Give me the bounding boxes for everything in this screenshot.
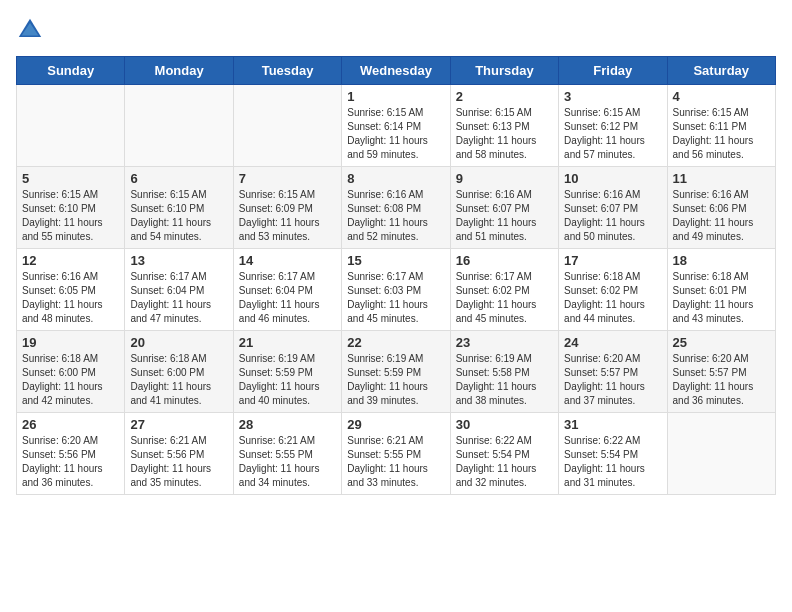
day-number: 8	[347, 171, 444, 186]
day-number: 23	[456, 335, 553, 350]
calendar-cell: 18Sunrise: 6:18 AM Sunset: 6:01 PM Dayli…	[667, 249, 775, 331]
logo	[16, 16, 48, 44]
day-number: 11	[673, 171, 770, 186]
day-number: 9	[456, 171, 553, 186]
calendar-cell: 1Sunrise: 6:15 AM Sunset: 6:14 PM Daylig…	[342, 85, 450, 167]
day-info: Sunrise: 6:16 AM Sunset: 6:07 PM Dayligh…	[564, 188, 661, 244]
day-info: Sunrise: 6:15 AM Sunset: 6:10 PM Dayligh…	[22, 188, 119, 244]
calendar-cell	[233, 85, 341, 167]
weekday-header: Thursday	[450, 57, 558, 85]
day-number: 13	[130, 253, 227, 268]
day-info: Sunrise: 6:21 AM Sunset: 5:56 PM Dayligh…	[130, 434, 227, 490]
day-info: Sunrise: 6:18 AM Sunset: 6:02 PM Dayligh…	[564, 270, 661, 326]
day-info: Sunrise: 6:15 AM Sunset: 6:13 PM Dayligh…	[456, 106, 553, 162]
calendar-cell: 15Sunrise: 6:17 AM Sunset: 6:03 PM Dayli…	[342, 249, 450, 331]
weekday-header: Sunday	[17, 57, 125, 85]
calendar-cell	[125, 85, 233, 167]
calendar-cell: 28Sunrise: 6:21 AM Sunset: 5:55 PM Dayli…	[233, 413, 341, 495]
day-number: 6	[130, 171, 227, 186]
calendar-cell	[667, 413, 775, 495]
calendar-cell: 22Sunrise: 6:19 AM Sunset: 5:59 PM Dayli…	[342, 331, 450, 413]
calendar-cell: 29Sunrise: 6:21 AM Sunset: 5:55 PM Dayli…	[342, 413, 450, 495]
calendar-week-row: 26Sunrise: 6:20 AM Sunset: 5:56 PM Dayli…	[17, 413, 776, 495]
calendar-cell: 24Sunrise: 6:20 AM Sunset: 5:57 PM Dayli…	[559, 331, 667, 413]
calendar-week-row: 5Sunrise: 6:15 AM Sunset: 6:10 PM Daylig…	[17, 167, 776, 249]
calendar-cell: 25Sunrise: 6:20 AM Sunset: 5:57 PM Dayli…	[667, 331, 775, 413]
day-info: Sunrise: 6:19 AM Sunset: 5:58 PM Dayligh…	[456, 352, 553, 408]
day-info: Sunrise: 6:21 AM Sunset: 5:55 PM Dayligh…	[347, 434, 444, 490]
calendar-week-row: 19Sunrise: 6:18 AM Sunset: 6:00 PM Dayli…	[17, 331, 776, 413]
day-number: 4	[673, 89, 770, 104]
weekday-header: Tuesday	[233, 57, 341, 85]
day-info: Sunrise: 6:18 AM Sunset: 6:00 PM Dayligh…	[22, 352, 119, 408]
calendar-header-row: SundayMondayTuesdayWednesdayThursdayFrid…	[17, 57, 776, 85]
day-info: Sunrise: 6:17 AM Sunset: 6:04 PM Dayligh…	[239, 270, 336, 326]
day-number: 20	[130, 335, 227, 350]
calendar-cell: 8Sunrise: 6:16 AM Sunset: 6:08 PM Daylig…	[342, 167, 450, 249]
day-info: Sunrise: 6:15 AM Sunset: 6:14 PM Dayligh…	[347, 106, 444, 162]
day-number: 28	[239, 417, 336, 432]
day-number: 22	[347, 335, 444, 350]
calendar-cell: 3Sunrise: 6:15 AM Sunset: 6:12 PM Daylig…	[559, 85, 667, 167]
day-info: Sunrise: 6:16 AM Sunset: 6:05 PM Dayligh…	[22, 270, 119, 326]
calendar-cell: 11Sunrise: 6:16 AM Sunset: 6:06 PM Dayli…	[667, 167, 775, 249]
day-number: 5	[22, 171, 119, 186]
day-info: Sunrise: 6:15 AM Sunset: 6:12 PM Dayligh…	[564, 106, 661, 162]
calendar-cell: 5Sunrise: 6:15 AM Sunset: 6:10 PM Daylig…	[17, 167, 125, 249]
day-number: 30	[456, 417, 553, 432]
day-info: Sunrise: 6:20 AM Sunset: 5:57 PM Dayligh…	[564, 352, 661, 408]
day-number: 14	[239, 253, 336, 268]
day-number: 26	[22, 417, 119, 432]
weekday-header: Friday	[559, 57, 667, 85]
calendar-cell: 10Sunrise: 6:16 AM Sunset: 6:07 PM Dayli…	[559, 167, 667, 249]
calendar-cell: 16Sunrise: 6:17 AM Sunset: 6:02 PM Dayli…	[450, 249, 558, 331]
day-info: Sunrise: 6:17 AM Sunset: 6:02 PM Dayligh…	[456, 270, 553, 326]
day-info: Sunrise: 6:15 AM Sunset: 6:09 PM Dayligh…	[239, 188, 336, 244]
calendar-table: SundayMondayTuesdayWednesdayThursdayFrid…	[16, 56, 776, 495]
calendar-cell	[17, 85, 125, 167]
day-info: Sunrise: 6:16 AM Sunset: 6:08 PM Dayligh…	[347, 188, 444, 244]
day-number: 12	[22, 253, 119, 268]
weekday-header: Monday	[125, 57, 233, 85]
calendar-cell: 23Sunrise: 6:19 AM Sunset: 5:58 PM Dayli…	[450, 331, 558, 413]
day-number: 29	[347, 417, 444, 432]
day-info: Sunrise: 6:16 AM Sunset: 6:06 PM Dayligh…	[673, 188, 770, 244]
day-info: Sunrise: 6:17 AM Sunset: 6:04 PM Dayligh…	[130, 270, 227, 326]
day-info: Sunrise: 6:18 AM Sunset: 6:00 PM Dayligh…	[130, 352, 227, 408]
day-info: Sunrise: 6:20 AM Sunset: 5:57 PM Dayligh…	[673, 352, 770, 408]
calendar-cell: 20Sunrise: 6:18 AM Sunset: 6:00 PM Dayli…	[125, 331, 233, 413]
day-info: Sunrise: 6:19 AM Sunset: 5:59 PM Dayligh…	[347, 352, 444, 408]
logo-icon	[16, 16, 44, 44]
day-info: Sunrise: 6:16 AM Sunset: 6:07 PM Dayligh…	[456, 188, 553, 244]
calendar-cell: 21Sunrise: 6:19 AM Sunset: 5:59 PM Dayli…	[233, 331, 341, 413]
day-number: 7	[239, 171, 336, 186]
day-info: Sunrise: 6:17 AM Sunset: 6:03 PM Dayligh…	[347, 270, 444, 326]
day-info: Sunrise: 6:15 AM Sunset: 6:11 PM Dayligh…	[673, 106, 770, 162]
calendar-cell: 2Sunrise: 6:15 AM Sunset: 6:13 PM Daylig…	[450, 85, 558, 167]
day-info: Sunrise: 6:20 AM Sunset: 5:56 PM Dayligh…	[22, 434, 119, 490]
day-info: Sunrise: 6:22 AM Sunset: 5:54 PM Dayligh…	[564, 434, 661, 490]
calendar-cell: 12Sunrise: 6:16 AM Sunset: 6:05 PM Dayli…	[17, 249, 125, 331]
day-info: Sunrise: 6:18 AM Sunset: 6:01 PM Dayligh…	[673, 270, 770, 326]
day-number: 10	[564, 171, 661, 186]
calendar-cell: 30Sunrise: 6:22 AM Sunset: 5:54 PM Dayli…	[450, 413, 558, 495]
day-number: 25	[673, 335, 770, 350]
calendar-week-row: 1Sunrise: 6:15 AM Sunset: 6:14 PM Daylig…	[17, 85, 776, 167]
calendar-cell: 4Sunrise: 6:15 AM Sunset: 6:11 PM Daylig…	[667, 85, 775, 167]
day-info: Sunrise: 6:15 AM Sunset: 6:10 PM Dayligh…	[130, 188, 227, 244]
calendar-cell: 27Sunrise: 6:21 AM Sunset: 5:56 PM Dayli…	[125, 413, 233, 495]
calendar-cell: 13Sunrise: 6:17 AM Sunset: 6:04 PM Dayli…	[125, 249, 233, 331]
day-number: 31	[564, 417, 661, 432]
day-number: 2	[456, 89, 553, 104]
calendar-cell: 19Sunrise: 6:18 AM Sunset: 6:00 PM Dayli…	[17, 331, 125, 413]
weekday-header: Saturday	[667, 57, 775, 85]
day-number: 18	[673, 253, 770, 268]
day-number: 19	[22, 335, 119, 350]
calendar-cell: 7Sunrise: 6:15 AM Sunset: 6:09 PM Daylig…	[233, 167, 341, 249]
day-info: Sunrise: 6:19 AM Sunset: 5:59 PM Dayligh…	[239, 352, 336, 408]
calendar-cell: 17Sunrise: 6:18 AM Sunset: 6:02 PM Dayli…	[559, 249, 667, 331]
calendar-cell: 6Sunrise: 6:15 AM Sunset: 6:10 PM Daylig…	[125, 167, 233, 249]
day-number: 16	[456, 253, 553, 268]
calendar-week-row: 12Sunrise: 6:16 AM Sunset: 6:05 PM Dayli…	[17, 249, 776, 331]
calendar-cell: 9Sunrise: 6:16 AM Sunset: 6:07 PM Daylig…	[450, 167, 558, 249]
